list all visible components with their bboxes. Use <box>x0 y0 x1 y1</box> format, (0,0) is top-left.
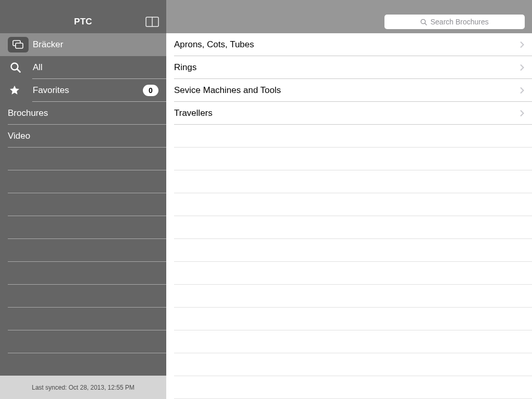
empty-row <box>0 353 166 376</box>
sidebar-section-video[interactable]: Video <box>0 125 166 148</box>
chevron-right-icon <box>520 64 524 71</box>
empty-row <box>0 216 166 239</box>
sidebar-title: PTC <box>74 17 92 27</box>
category-list: Aprons, Cots, Tubes Rings Sevice Machine… <box>166 33 532 399</box>
main-panel: Search Brochures Aprons, Cots, Tubes Rin… <box>166 0 532 399</box>
empty-row <box>166 330 532 353</box>
chevron-right-icon <box>520 87 524 94</box>
empty-row <box>0 330 166 353</box>
empty-row <box>0 285 166 308</box>
category-row[interactable]: Rings <box>166 56 532 79</box>
search-icon <box>420 19 427 25</box>
category-label: Sevice Machines and Tools <box>174 85 281 96</box>
search-input[interactable]: Search Brochures <box>384 15 525 29</box>
empty-row <box>0 148 166 170</box>
search-icon <box>8 60 29 75</box>
svg-line-8 <box>17 69 20 72</box>
empty-row <box>166 353 532 376</box>
empty-row <box>166 285 532 308</box>
sidebar-item-favorites[interactable]: Favorites 0 <box>0 79 166 102</box>
svg-line-10 <box>425 23 427 24</box>
sidebar: PTC Bräcker <box>0 0 166 399</box>
sidebar-navbar: PTC <box>0 10 166 33</box>
empty-row <box>0 193 166 216</box>
sidebar-item-label: All <box>33 62 158 73</box>
empty-row <box>166 376 532 399</box>
category-row[interactable]: Sevice Machines and Tools <box>166 79 532 102</box>
empty-row <box>166 262 532 285</box>
chevron-right-icon <box>520 110 524 117</box>
empty-row <box>166 239 532 262</box>
stack-icon <box>8 37 29 52</box>
star-icon <box>8 83 29 98</box>
chevron-right-icon <box>520 42 524 48</box>
sidebar-item-bracker[interactable]: Bräcker <box>0 33 166 56</box>
sync-label: Last synced: Oct 28, 2013, 12:55 PM <box>32 384 134 391</box>
sidebar-nav-list: Bräcker All Favorites 0 <box>0 33 166 376</box>
sidebar-item-all[interactable]: All <box>0 56 166 79</box>
empty-row <box>166 193 532 216</box>
empty-row <box>166 125 532 148</box>
category-label: Aprons, Cots, Tubes <box>174 39 254 50</box>
search-placeholder-text: Search Brochures <box>430 18 488 26</box>
favorites-badge: 0 <box>143 85 158 96</box>
empty-row <box>0 262 166 285</box>
empty-row <box>166 148 532 170</box>
book-icon <box>145 16 159 28</box>
section-label: Video <box>8 131 30 141</box>
empty-row <box>166 216 532 239</box>
empty-row <box>0 170 166 193</box>
main-navbar: Search Brochures <box>166 10 532 33</box>
empty-row <box>166 308 532 330</box>
sidebar-item-label: Bräcker <box>33 39 158 50</box>
category-label: Travellers <box>174 108 212 118</box>
sidebar-nav-right-button[interactable] <box>145 10 159 33</box>
section-label: Brochures <box>8 108 48 118</box>
sidebar-section-brochures[interactable]: Brochures <box>0 102 166 125</box>
empty-row <box>166 170 532 193</box>
sync-footer: Last synced: Oct 28, 2013, 12:55 PM <box>0 376 166 399</box>
category-row[interactable]: Aprons, Cots, Tubes <box>166 33 532 56</box>
svg-rect-6 <box>16 43 23 48</box>
empty-row <box>0 308 166 330</box>
category-label: Rings <box>174 62 196 73</box>
sidebar-item-label: Favorites <box>33 85 143 96</box>
empty-row <box>0 239 166 262</box>
category-row[interactable]: Travellers <box>166 102 532 125</box>
